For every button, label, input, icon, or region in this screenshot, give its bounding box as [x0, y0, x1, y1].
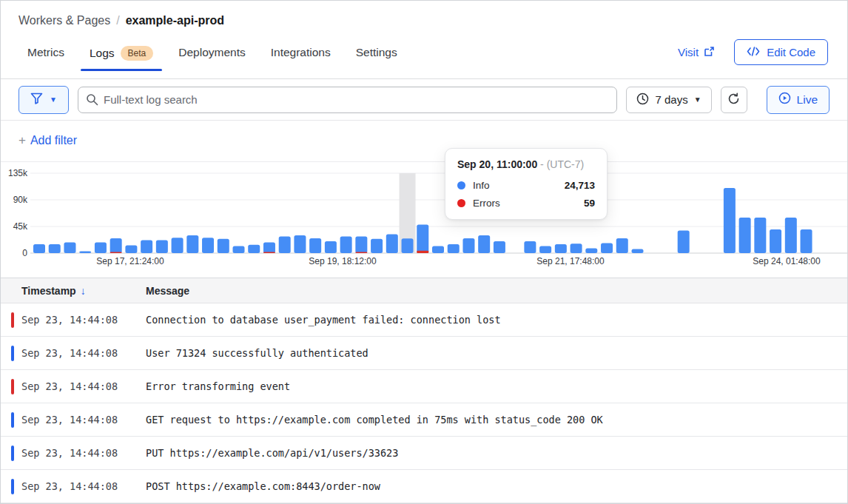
table-row[interactable]: Sep 23, 14:44:08POST https://example.com…: [1, 470, 847, 503]
info-label: Info: [473, 180, 490, 191]
table-row[interactable]: Sep 23, 14:44:08Connection to database u…: [1, 303, 847, 337]
log-message: User 71324 successfully authenticated: [146, 347, 847, 359]
clock-icon: [636, 93, 649, 107]
chevron-down-icon: ▼: [50, 96, 57, 104]
tab-metrics-label: Metrics: [27, 46, 64, 59]
log-timestamp: Sep 23, 14:44:08: [1, 447, 146, 459]
refresh-button[interactable]: [721, 87, 747, 113]
errors-dot: [457, 199, 465, 207]
info-value: 24,713: [565, 180, 595, 191]
log-message: PUT https://example.com/api/v1/users/336…: [146, 447, 847, 459]
log-message: POST https://example.com:8443/order-now: [146, 480, 847, 492]
info-level-indicator: [11, 446, 14, 461]
table-row[interactable]: Sep 23, 14:44:08PUT https://example.com/…: [1, 437, 847, 470]
workers-logs-page: Workers & Pages / example-api-prod Metri…: [0, 0, 848, 504]
add-filter-row: + Add filter: [1, 121, 847, 162]
error-level-indicator: [11, 312, 14, 328]
info-level-indicator: [11, 346, 14, 361]
tab-settings[interactable]: Settings: [347, 40, 406, 70]
refresh-icon: [727, 93, 740, 107]
live-label: Live: [797, 93, 818, 107]
errors-label: Errors: [473, 198, 500, 209]
tab-settings-label: Settings: [356, 46, 397, 59]
visit-label: Visit: [678, 46, 699, 58]
search-icon: [86, 93, 98, 109]
tab-bar: Metrics Logs Beta Deployments Integratio…: [18, 40, 406, 71]
funnel-icon: [30, 93, 43, 107]
svg-text:45k: 45k: [13, 221, 28, 232]
svg-text:135k: 135k: [8, 168, 28, 178]
info-level-indicator: [11, 412, 14, 428]
log-timestamp: Sep 23, 14:44:08: [1, 414, 146, 426]
svg-text:0: 0: [22, 248, 27, 258]
table-row[interactable]: Sep 23, 14:44:08GET request to https://e…: [1, 403, 847, 437]
live-button[interactable]: Live: [767, 86, 830, 114]
log-table-body: Sep 23, 14:44:08Connection to database u…: [1, 303, 847, 503]
bar-chart[interactable]: 135k90k45k0Sep 17, 21:24:00Sep 19, 18:12…: [1, 162, 848, 273]
tab-deployments[interactable]: Deployments: [169, 40, 254, 70]
code-icon: [747, 46, 760, 58]
breadcrumb-separator: /: [116, 14, 119, 27]
tab-metrics[interactable]: Metrics: [18, 40, 73, 70]
svg-text:Sep 19, 18:12:00: Sep 19, 18:12:00: [309, 256, 377, 266]
timestamp-column-header[interactable]: Timestamp ↓: [1, 285, 146, 297]
log-toolbar: ▼ 7 days ▼ Live: [1, 79, 847, 121]
table-row[interactable]: Sep 23, 14:44:08Error transforming event: [1, 370, 847, 403]
info-dot: [457, 181, 465, 189]
message-column-header: Message: [146, 285, 847, 297]
log-timestamp: Sep 23, 14:44:08: [1, 314, 146, 326]
header-actions: Visit Edit Code: [678, 39, 828, 71]
breadcrumb-workers-pages[interactable]: Workers & Pages: [18, 14, 110, 27]
table-row[interactable]: Sep 23, 14:44:08User 71324 successfully …: [1, 337, 847, 370]
svg-text:Sep 24, 01:48:00: Sep 24, 01:48:00: [753, 256, 821, 266]
search-wrap: [78, 87, 617, 113]
log-timestamp: Sep 23, 14:44:08: [1, 347, 146, 359]
beta-badge: Beta: [121, 46, 154, 61]
tab-integrations-label: Integrations: [271, 46, 331, 59]
message-header-label: Message: [146, 285, 189, 297]
edit-code-button[interactable]: Edit Code: [734, 39, 828, 65]
time-range-label: 7 days: [655, 93, 687, 106]
log-table: Timestamp ↓ Message Sep 23, 14:44:08Conn…: [1, 278, 847, 503]
svg-text:Sep 21, 17:48:00: Sep 21, 17:48:00: [536, 256, 605, 266]
tooltip-timestamp: Sep 20, 11:00:00: [457, 158, 537, 170]
breadcrumb: Workers & Pages / example-api-prod: [18, 14, 828, 27]
add-filter-label: Add filter: [30, 134, 77, 147]
log-volume-chart: 135k90k45k0Sep 17, 21:24:00Sep 19, 18:12…: [1, 162, 847, 278]
play-circle-icon: [778, 92, 791, 107]
sort-descending-icon: ↓: [81, 285, 86, 297]
tooltip-info-row: Info 24,713: [457, 180, 595, 191]
filter-dropdown-button[interactable]: ▼: [18, 86, 69, 114]
info-level-indicator: [11, 479, 14, 494]
tooltip-errors-row: Errors 59: [457, 198, 595, 209]
tooltip-timezone: - (UTC-7): [540, 158, 584, 170]
tab-integrations[interactable]: Integrations: [262, 40, 340, 70]
svg-text:90k: 90k: [13, 195, 28, 205]
svg-text:Sep 17, 21:24:00: Sep 17, 21:24:00: [96, 256, 164, 266]
search-input[interactable]: [78, 87, 617, 113]
log-message: GET request to https://example.com compl…: [146, 414, 847, 426]
log-timestamp: Sep 23, 14:44:08: [1, 480, 146, 492]
plus-icon: +: [18, 133, 26, 148]
log-timestamp: Sep 23, 14:44:08: [1, 380, 146, 392]
edit-code-label: Edit Code: [767, 46, 815, 58]
chart-tooltip: Sep 20, 11:00:00 - (UTC-7) Info 24,713 E…: [445, 148, 608, 220]
error-level-indicator: [11, 379, 14, 394]
visit-link[interactable]: Visit: [678, 46, 715, 59]
add-filter-button[interactable]: + Add filter: [18, 133, 77, 148]
chevron-down-icon: ▼: [694, 96, 701, 104]
tabs-row: Metrics Logs Beta Deployments Integratio…: [18, 39, 828, 71]
errors-value: 59: [584, 198, 595, 209]
page-title: example-api-prod: [126, 14, 224, 27]
log-message: Connection to database user_payment fail…: [146, 314, 847, 326]
tab-logs[interactable]: Logs Beta: [81, 40, 162, 71]
timestamp-header-label: Timestamp: [21, 285, 76, 297]
page-header: Workers & Pages / example-api-prod Metri…: [1, 1, 847, 71]
table-header: Timestamp ↓ Message: [1, 278, 847, 303]
time-range-dropdown[interactable]: 7 days ▼: [626, 87, 711, 113]
tooltip-title-row: Sep 20, 11:00:00 - (UTC-7): [457, 158, 595, 170]
external-link-icon: [704, 46, 715, 59]
tab-logs-label: Logs: [90, 47, 115, 60]
log-message: Error transforming event: [146, 380, 847, 392]
tab-deployments-label: Deployments: [178, 46, 245, 59]
